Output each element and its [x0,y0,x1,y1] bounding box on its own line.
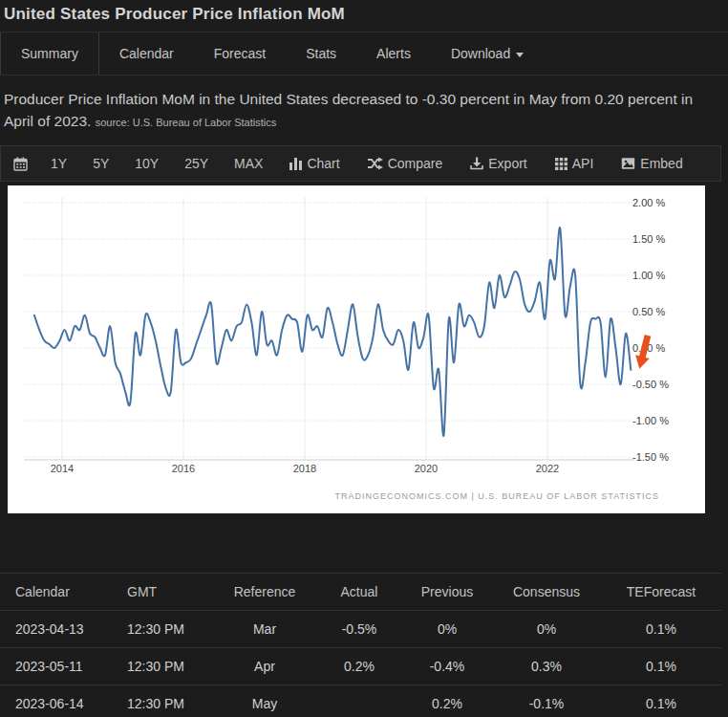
cell-reference: Mar [213,611,316,648]
summary-source: source: U.S. Bureau of Labor Statistics [96,117,277,128]
calendar-table: Calendar GMT Reference Actual Previous C… [0,573,721,717]
calendar-icon [13,157,28,171]
range-max-button[interactable]: MAX [234,156,263,171]
svg-text:1.50 %: 1.50 % [632,233,665,245]
tab-alerts[interactable]: Alerts [356,33,431,75]
tab-download-label: Download [451,46,510,61]
svg-text:2018: 2018 [293,463,316,474]
range-buttons: 1Y 5Y 10Y 25Y MAX [51,156,263,171]
api-button[interactable]: API [555,156,594,171]
cell-consensus: 0.3% [492,648,601,685]
range-1y-button[interactable]: 1Y [51,156,67,171]
svg-text:2014: 2014 [51,463,74,474]
svg-text:-1.00 %: -1.00 % [632,415,669,426]
tab-stats-label: Stats [306,46,336,61]
embed-label: Embed [640,156,682,171]
table-header-row: Calendar GMT Reference Actual Previous C… [0,574,721,611]
table-row[interactable]: 2023-05-11 12:30 PM Apr 0.2% -0.4% 0.3% … [0,648,721,685]
cell-previous: 0.2% [402,685,492,717]
svg-text:-1.50 %: -1.50 % [632,451,669,463]
cell-date: 2023-05-11 [0,648,113,685]
svg-text:2022: 2022 [536,463,559,474]
tab-summary[interactable]: Summary [0,33,99,75]
col-header-calendar[interactable]: Calendar [0,574,113,611]
cell-gmt: 12:30 PM [113,648,213,685]
calendar-range-button[interactable] [13,157,28,171]
col-header-actual[interactable]: Actual [316,574,402,611]
tab-alerts-label: Alerts [376,46,411,61]
table-row[interactable]: 2023-04-13 12:30 PM Mar -0.5% 0% 0% 0.1% [0,611,721,648]
cell-reference: Apr [213,648,316,685]
col-header-previous[interactable]: Previous [402,574,492,611]
svg-text:1.00 %: 1.00 % [632,270,665,281]
chart-action-buttons: Chart Compare Export [289,156,682,171]
cell-reference: May [213,685,316,717]
tab-forecast[interactable]: Forecast [194,33,286,75]
chevron-down-icon [516,53,524,57]
svg-text:0.50 %: 0.50 % [632,306,665,317]
download-icon [470,157,483,170]
cell-consensus: 0% [492,611,601,648]
col-header-reference[interactable]: Reference [213,574,316,611]
cell-date: 2023-06-14 [0,685,113,717]
chart-type-label: Chart [307,156,339,171]
chart-type-button[interactable]: Chart [289,156,339,171]
tab-download[interactable]: Download [431,33,544,75]
col-header-consensus[interactable]: Consensus [492,574,601,611]
col-header-teforecast[interactable]: TEForecast [601,574,721,611]
api-label: API [572,156,594,171]
svg-text:2.00 %: 2.00 % [632,197,665,208]
cell-actual: 0.2% [316,648,402,685]
cell-gmt: 12:30 PM [113,611,213,648]
shuffle-icon [368,157,383,170]
cell-actual: -0.5% [316,611,402,648]
cell-teforecast: 0.1% [601,611,721,648]
svg-text:2016: 2016 [172,463,195,474]
range-25y-button[interactable]: 25Y [184,156,208,171]
range-5y-button[interactable]: 5Y [93,156,109,171]
chart-panel[interactable]: 201420162018202020222.00 %1.50 %1.00 %0.… [8,185,705,513]
line-chart[interactable]: 201420162018202020222.00 %1.50 %1.00 %0.… [8,185,705,513]
bar-chart-icon [289,157,302,170]
chart-toolbar: 1Y 5Y 10Y 25Y MAX Chart [0,145,721,182]
table-row[interactable]: 2023-06-14 12:30 PM May 0.2% -0.1% 0.1% [0,685,721,717]
cell-date: 2023-04-13 [0,611,113,648]
tab-stats[interactable]: Stats [286,33,356,75]
export-button[interactable]: Export [470,156,526,171]
main-nav: Summary Calendar Forecast Stats Alerts D… [0,32,728,76]
page-title: United States Producer Price Inflation M… [4,5,728,24]
compare-label: Compare [388,156,443,171]
svg-text:-0.50 %: -0.50 % [632,379,669,390]
tab-calendar-label: Calendar [119,46,174,61]
svg-text:2020: 2020 [415,463,438,474]
cell-teforecast: 0.1% [601,648,721,685]
compare-button[interactable]: Compare [368,156,443,171]
cell-actual [316,685,402,717]
cell-teforecast: 0.1% [601,685,721,717]
export-label: Export [488,156,526,171]
col-header-gmt[interactable]: GMT [113,574,213,611]
cell-previous: -0.4% [402,648,492,685]
embed-button[interactable]: Embed [621,156,682,171]
tab-summary-label: Summary [21,46,78,61]
tab-forecast-label: Forecast [214,46,266,61]
image-icon [621,157,635,170]
tab-calendar[interactable]: Calendar [99,33,194,75]
cell-gmt: 12:30 PM [113,685,213,717]
chart-watermark: TRADINGECONOMICS.COM | U.S. BUREAU OF LA… [334,491,659,501]
range-10y-button[interactable]: 10Y [135,156,159,171]
cell-previous: 0% [402,611,492,648]
page: { "page": { "title": "United States Prod… [0,0,728,717]
summary-paragraph: Producer Price Inflation MoM in the Unit… [4,88,724,134]
cell-consensus: -0.1% [492,685,601,717]
grid-icon [555,158,567,170]
